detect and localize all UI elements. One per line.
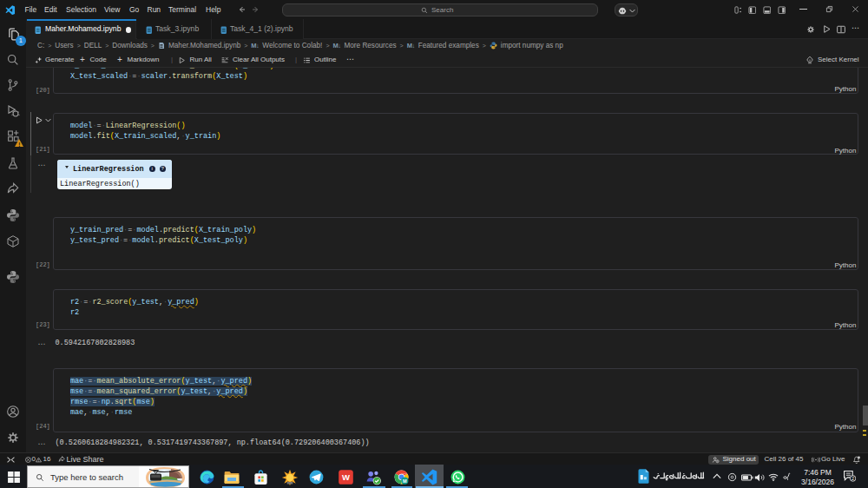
svg-text:M: M: [403, 478, 407, 484]
svg-text:2: 2: [852, 476, 854, 481]
svg-text:W: W: [342, 472, 350, 482]
